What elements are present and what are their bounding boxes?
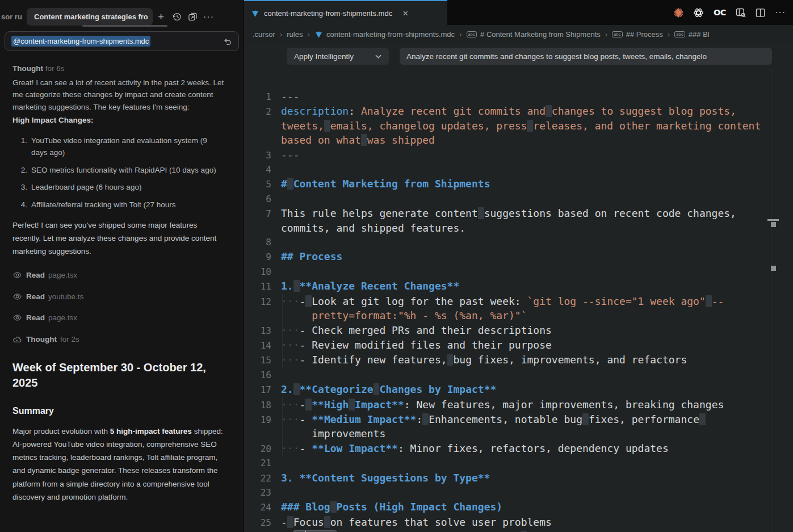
impact-list-item: 2.SEO metrics functionality with RapidAP… bbox=[12, 164, 224, 177]
impact-changes-label: High Impact Changes: bbox=[12, 114, 224, 127]
breadcrumb-item[interactable]: .cursor bbox=[253, 30, 275, 39]
breadcrumb-item[interactable]: abc## Process bbox=[612, 30, 663, 39]
line-number: 16 bbox=[244, 368, 271, 382]
code-line[interactable]: 25- Focus on features that solve user pr… bbox=[244, 515, 793, 530]
tool-call-list: Readpage.tsx Readyoutube.ts Readpage.tsx… bbox=[12, 269, 224, 345]
editor-group: content-marketing-from-shipments.mdc × bbox=[244, 0, 793, 532]
code-line[interactable]: 21 bbox=[244, 456, 793, 470]
week-heading: Week of September 30 - October 12, 2025 bbox=[12, 360, 224, 391]
tool-call-row[interactable]: Readpage.tsx bbox=[12, 312, 224, 324]
code-line[interactable]: 5# Content Marketing from Shipments bbox=[244, 177, 793, 191]
new-chat-button[interactable]: + bbox=[153, 9, 169, 24]
tool-call-row[interactable]: Readpage.tsx bbox=[12, 269, 224, 282]
editor-tab-active[interactable]: content-marketing-from-shipments.mdc × bbox=[244, 0, 447, 25]
eye-icon bbox=[12, 292, 22, 301]
chat-messages: Thought for 6s Great! I can see a lot of… bbox=[0, 51, 244, 532]
line-number: 13 bbox=[244, 324, 271, 338]
history-button[interactable] bbox=[169, 9, 184, 24]
line-number: 1 bbox=[244, 90, 271, 104]
tool-call-row[interactable]: Thoughtfor 2s bbox=[12, 333, 224, 346]
editor-tab-title: content-marketing-from-shipments.mdc bbox=[264, 9, 392, 18]
breadcrumb-separator: › bbox=[307, 30, 310, 39]
code-line[interactable]: 14···- Review modified files and their p… bbox=[244, 338, 793, 353]
code-line[interactable]: 10 bbox=[244, 265, 793, 279]
code-line[interactable]: 18···- **High Impact**: New features, ma… bbox=[244, 397, 793, 412]
apply-row: Apply Intelligently Analyze recent git c… bbox=[244, 43, 793, 69]
thought-header[interactable]: Thought for 6s bbox=[12, 62, 224, 75]
chat-context-input[interactable]: @content-marketing-from-shipments.mdc bbox=[5, 31, 239, 51]
breadcrumb-separator: › bbox=[459, 30, 462, 39]
code-line[interactable]: 2description: Analyze recent git commits… bbox=[244, 104, 793, 147]
line-number: 6 bbox=[244, 192, 271, 206]
line-number: 5 bbox=[244, 177, 271, 191]
code-line[interactable]: 6 bbox=[244, 192, 793, 206]
selected-context-text: @content-marketing-from-shipments.mdc bbox=[11, 36, 150, 47]
split-editor-icon[interactable] bbox=[756, 8, 765, 18]
code-line[interactable]: 8 bbox=[244, 235, 793, 249]
thought-paragraph: Great! I can see a lot of recent activit… bbox=[12, 77, 224, 114]
line-number: 3 bbox=[244, 148, 271, 162]
undo-button[interactable] bbox=[223, 37, 232, 46]
symbol-text-icon: abc bbox=[612, 31, 623, 37]
symbol-text-icon: abc bbox=[467, 31, 477, 37]
tab-scrollbar[interactable] bbox=[82, 25, 167, 27]
editor-actions: OC ··· bbox=[674, 0, 786, 25]
code-line[interactable]: 172. **Categorize Changes by Impact** bbox=[244, 382, 793, 397]
line-number: 22 bbox=[244, 471, 271, 485]
code-line[interactable]: 19···- **Medium Impact**: Enhancements, … bbox=[244, 412, 793, 441]
history-icon bbox=[172, 12, 182, 22]
code-line[interactable]: 1--- bbox=[244, 89, 793, 104]
line-number: 18 bbox=[244, 398, 271, 412]
summary-heading: Summary bbox=[12, 405, 224, 417]
line-number: 4 bbox=[244, 162, 271, 177]
code-line[interactable]: 13···- Check merged PRs and their descri… bbox=[244, 323, 793, 338]
close-tab-button[interactable]: × bbox=[402, 9, 408, 18]
breadcrumb-item[interactable]: rules bbox=[287, 30, 303, 39]
breadcrumb: .cursor›rules› content-marketing-from-sh… bbox=[244, 25, 793, 43]
rule-prompt-input[interactable]: Analyze recent git commits and changes t… bbox=[400, 48, 772, 65]
line-number: 2 bbox=[244, 104, 271, 119]
apply-intelligently-button[interactable]: Apply Intelligently bbox=[287, 48, 389, 65]
code-editor[interactable]: 1---2description: Analyze recent git com… bbox=[244, 69, 793, 532]
whitespace-dots: ··· bbox=[281, 442, 300, 454]
line-number: 12 bbox=[244, 295, 271, 309]
code-line[interactable]: 24### Blog Posts (High Impact Changes) bbox=[244, 500, 793, 514]
claude-starburst-icon[interactable] bbox=[674, 8, 683, 18]
chat-tab-active[interactable]: Content marketing strategies fro bbox=[27, 8, 153, 26]
code-line[interactable]: 16 bbox=[244, 368, 793, 382]
opencode-icon[interactable]: OC bbox=[714, 8, 726, 17]
code-line[interactable]: 23 bbox=[244, 485, 793, 500]
code-line[interactable]: 20···- **Low Impact**: Minor fixes, refa… bbox=[244, 441, 793, 456]
breadcrumb-item[interactable]: content-marketing-from-shipments.mdc bbox=[314, 30, 455, 39]
editor-tab-bar: content-marketing-from-shipments.mdc × bbox=[244, 0, 793, 25]
code-line[interactable]: 111. **Analyze Recent Changes** bbox=[244, 279, 793, 294]
code-line[interactable]: 3--- bbox=[244, 148, 793, 162]
thought-icon bbox=[12, 334, 22, 344]
openai-logo-icon[interactable] bbox=[693, 7, 704, 18]
clipped-tab-label: sor ru bbox=[1, 12, 23, 21]
code-line[interactable]: 9## Process bbox=[244, 249, 793, 264]
breadcrumb-item[interactable]: abc# Content Marketing from Shipments bbox=[467, 30, 601, 39]
line-number: 21 bbox=[244, 456, 271, 470]
code-line[interactable]: 4 bbox=[244, 162, 793, 177]
duplicate-chat-button[interactable] bbox=[185, 9, 200, 24]
breadcrumb-item[interactable]: abc### Bl bbox=[674, 30, 709, 39]
open-preview-icon[interactable] bbox=[736, 7, 746, 18]
code-line[interactable]: 223. **Content Suggestions by Type** bbox=[244, 471, 793, 485]
whitespace-dots: ··· bbox=[281, 399, 300, 410]
tool-call-row[interactable]: Readyoutube.ts bbox=[12, 291, 224, 303]
symbol-text-icon: abc bbox=[674, 31, 685, 37]
line-number: 10 bbox=[244, 265, 271, 279]
impact-list-item: 4.Affiliate/referral tracking with Tolt … bbox=[12, 199, 224, 211]
code-line[interactable]: 7This rule helps generate content sugges… bbox=[244, 206, 793, 235]
code-line[interactable]: 15···- Identify new features, bug fixes,… bbox=[244, 353, 793, 367]
editor-more-button[interactable]: ··· bbox=[775, 7, 786, 18]
whitespace-dots: ··· bbox=[281, 295, 300, 307]
line-number: 9 bbox=[244, 250, 271, 264]
impact-list-item: 3.Leaderboard page (6 hours ago) bbox=[12, 181, 224, 194]
reply-paragraph: Perfect! I can see you've shipped some m… bbox=[12, 219, 224, 258]
chat-more-button[interactable]: ··· bbox=[201, 9, 216, 24]
eye-icon bbox=[12, 270, 22, 280]
code-line[interactable]: 26- Include: problem statement, solution… bbox=[244, 530, 793, 532]
code-line[interactable]: 12···- Look at git log for the past week… bbox=[244, 294, 793, 323]
